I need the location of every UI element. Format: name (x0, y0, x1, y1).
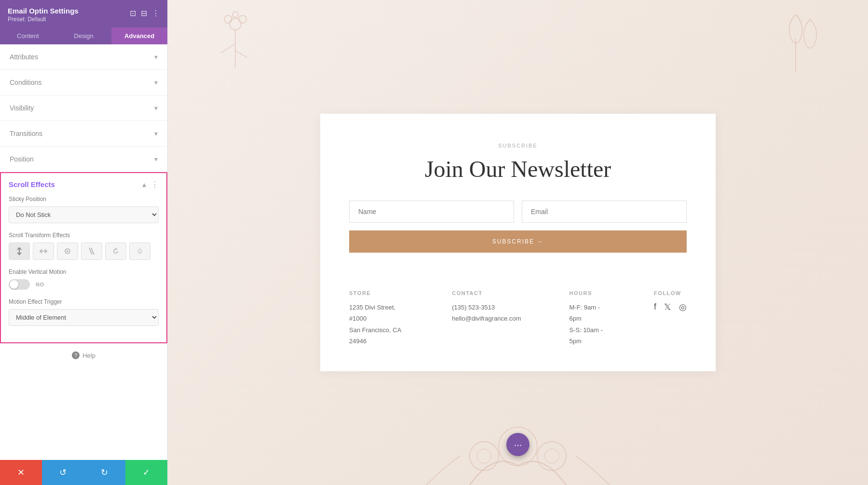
scroll-effects-more-icon[interactable]: ⋮ (151, 180, 159, 189)
more-icon[interactable]: ⋮ (152, 9, 160, 18)
motion-trigger-label: Motion Effect Trigger (9, 298, 159, 305)
help-link[interactable]: ? Help (8, 351, 160, 359)
transform-skew-icon[interactable] (81, 242, 102, 260)
email-input[interactable] (522, 201, 687, 223)
footer-contact: CONTACT (135) 523-3513 hello@divifragran… (452, 290, 521, 347)
section-position: Position ▾ (0, 147, 167, 172)
tab-content[interactable]: Content (0, 27, 56, 44)
transitions-header[interactable]: Transitions ▾ (0, 121, 167, 146)
twitter-icon[interactable]: 𝕏 (664, 302, 671, 312)
visibility-header[interactable]: Visibility ▾ (0, 95, 167, 121)
name-input[interactable] (349, 201, 514, 223)
redo-button[interactable]: ↻ (84, 460, 126, 485)
motion-trigger-select[interactable]: Middle of Element Top of Element Bottom … (9, 309, 159, 326)
subscribe-button[interactable]: SUBSCRIBE → (349, 230, 687, 253)
attributes-chevron-icon: ▾ (154, 53, 158, 61)
vertical-motion-group: Enable Vertical Motion NO (9, 269, 159, 290)
scroll-effects-body: Sticky Position Do Not Stick Top of Page… (1, 196, 166, 342)
transform-fade-icon[interactable] (57, 242, 78, 260)
store-address: 1235 Divi Street, #1000 San Francisco, C… (349, 302, 404, 347)
transform-motion-icon[interactable] (9, 242, 30, 260)
svg-point-21 (544, 449, 559, 463)
subscribe-label: SUBSCRIBE (349, 143, 687, 148)
follow-heading: FOLLOW (654, 290, 687, 296)
social-icons: f 𝕏 ◎ (654, 302, 687, 312)
contact-heading: CONTACT (452, 290, 521, 296)
undo-button[interactable]: ↺ (42, 460, 84, 485)
vertical-motion-toggle[interactable] (9, 279, 30, 290)
svg-point-18 (537, 442, 566, 471)
panel-header-info: Email Optin Settings Preset: Default (8, 7, 79, 23)
bottom-toolbar: ✕ ↺ ↻ ✓ (0, 460, 167, 485)
transitions-label: Transitions (10, 130, 42, 137)
fab-icon: ··· (514, 439, 522, 450)
svg-point-19 (477, 449, 491, 463)
help-label: Help (82, 352, 95, 359)
panel-preset[interactable]: Preset: Default (8, 16, 79, 23)
conditions-label: Conditions (10, 79, 41, 86)
instagram-icon[interactable]: ◎ (679, 302, 687, 312)
fullscreen-icon[interactable]: ⊡ (130, 9, 136, 18)
tab-advanced[interactable]: Advanced (111, 27, 167, 44)
section-attributes: Attributes ▾ (0, 44, 167, 70)
facebook-icon[interactable]: f (654, 302, 656, 312)
svg-point-3 (67, 250, 68, 252)
scroll-effects-header: Scroll Effects ▴ ⋮ (1, 173, 166, 196)
panel-header-icons: ⊡ ⊟ ⋮ (130, 9, 160, 18)
transform-horizontal-icon[interactable] (33, 242, 54, 260)
panel-scroll-area[interactable]: Attributes ▾ Conditions ▾ Visibility ▾ T… (0, 44, 167, 485)
section-transitions: Transitions ▾ (0, 121, 167, 147)
footer-store: STORE 1235 Divi Street, #1000 San Franci… (349, 290, 404, 347)
section-visibility: Visibility ▾ (0, 95, 167, 121)
svg-point-11 (232, 12, 238, 17)
transform-effects-label: Scroll Transform Effects (9, 232, 159, 239)
columns-icon[interactable]: ⊟ (141, 9, 147, 18)
footer-hours: HOURS M-F: 9am - 6pm S-S: 10am - 5pm (570, 290, 606, 347)
transform-icons-row (9, 242, 159, 260)
newsletter-title: Join Our Newsletter (349, 155, 687, 183)
cancel-button[interactable]: ✕ (0, 460, 42, 485)
help-icon: ? (72, 351, 80, 359)
conditions-chevron-icon: ▾ (154, 79, 158, 86)
scroll-effects-collapse-icon[interactable]: ▴ (142, 180, 146, 189)
botanical-top-left-decoration (206, 10, 264, 77)
conditions-header[interactable]: Conditions ▾ (0, 70, 167, 95)
transitions-chevron-icon: ▾ (154, 130, 158, 137)
attributes-header[interactable]: Attributes ▾ (0, 44, 167, 69)
panel-tabs: Content Design Advanced (0, 27, 167, 44)
fab-button[interactable]: ··· (506, 433, 529, 456)
botanical-top-right-decoration (762, 10, 829, 77)
botanical-bottom-decoration (397, 379, 638, 485)
toggle-no-label: NO (36, 282, 44, 287)
main-content: SUBSCRIBE Join Our Newsletter SUBSCRIBE … (168, 0, 868, 485)
sticky-position-group: Sticky Position Do Not Stick Top of Page… (9, 196, 159, 223)
vertical-motion-label: Enable Vertical Motion (9, 269, 159, 275)
panel-header: Email Optin Settings Preset: Default ⊡ ⊟… (0, 0, 167, 27)
hours-heading: HOURS (570, 290, 606, 296)
toggle-row: NO (9, 279, 159, 290)
sticky-position-label: Sticky Position (9, 196, 159, 202)
newsletter-form (349, 201, 687, 223)
settings-panel: Email Optin Settings Preset: Default ⊡ ⊟… (0, 0, 168, 485)
tab-design[interactable]: Design (56, 27, 112, 44)
svg-point-16 (470, 442, 499, 471)
transform-blur-icon[interactable] (129, 242, 150, 260)
transform-rotate-icon[interactable] (105, 242, 126, 260)
sticky-position-select[interactable]: Do Not Stick Top of Page Bottom of Page (9, 206, 159, 223)
toggle-knob (10, 280, 18, 289)
motion-trigger-group: Motion Effect Trigger Middle of Element … (9, 298, 159, 326)
svg-line-14 (235, 51, 247, 58)
footer-follow: FOLLOW f 𝕏 ◎ (654, 290, 687, 347)
newsletter-card: SUBSCRIBE Join Our Newsletter SUBSCRIBE … (320, 114, 716, 371)
scroll-effects-header-icons: ▴ ⋮ (142, 180, 159, 189)
visibility-label: Visibility (10, 104, 34, 112)
svg-point-10 (239, 15, 246, 23)
visibility-chevron-icon: ▾ (154, 104, 158, 112)
contact-info: (135) 523-3513 hello@divifragrance.com (452, 302, 521, 324)
section-conditions: Conditions ▾ (0, 70, 167, 95)
transform-effects-group: Scroll Transform Effects (9, 232, 159, 260)
position-header[interactable]: Position ▾ (0, 147, 167, 172)
panel-help: ? Help (0, 343, 167, 367)
svg-point-8 (230, 18, 241, 30)
save-button[interactable]: ✓ (125, 460, 167, 485)
